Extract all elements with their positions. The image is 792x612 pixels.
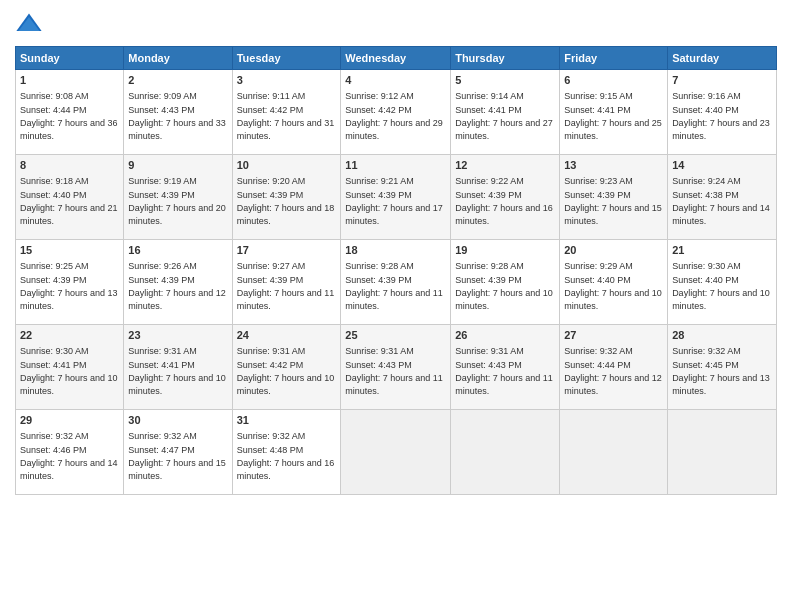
day-info: Sunrise: 9:31 AMSunset: 4:43 PMDaylight:… bbox=[345, 346, 443, 396]
day-info: Sunrise: 9:32 AMSunset: 4:45 PMDaylight:… bbox=[672, 346, 770, 396]
calendar-week-4: 22 Sunrise: 9:30 AMSunset: 4:41 PMDaylig… bbox=[16, 325, 777, 410]
day-number: 8 bbox=[20, 158, 119, 173]
column-header-tuesday: Tuesday bbox=[232, 47, 341, 70]
day-number: 14 bbox=[672, 158, 772, 173]
day-number: 5 bbox=[455, 73, 555, 88]
day-number: 6 bbox=[564, 73, 663, 88]
day-number: 31 bbox=[237, 413, 337, 428]
day-info: Sunrise: 9:25 AMSunset: 4:39 PMDaylight:… bbox=[20, 261, 118, 311]
day-info: Sunrise: 9:23 AMSunset: 4:39 PMDaylight:… bbox=[564, 176, 662, 226]
column-header-wednesday: Wednesday bbox=[341, 47, 451, 70]
day-number: 30 bbox=[128, 413, 227, 428]
day-number: 2 bbox=[128, 73, 227, 88]
calendar-table: SundayMondayTuesdayWednesdayThursdayFrid… bbox=[15, 46, 777, 495]
day-number: 12 bbox=[455, 158, 555, 173]
calendar-cell: 6 Sunrise: 9:15 AMSunset: 4:41 PMDayligh… bbox=[560, 70, 668, 155]
day-info: Sunrise: 9:18 AMSunset: 4:40 PMDaylight:… bbox=[20, 176, 118, 226]
day-info: Sunrise: 9:12 AMSunset: 4:42 PMDaylight:… bbox=[345, 91, 443, 141]
calendar-cell: 23 Sunrise: 9:31 AMSunset: 4:41 PMDaylig… bbox=[124, 325, 232, 410]
calendar-cell: 14 Sunrise: 9:24 AMSunset: 4:38 PMDaylig… bbox=[668, 155, 777, 240]
calendar-cell: 13 Sunrise: 9:23 AMSunset: 4:39 PMDaylig… bbox=[560, 155, 668, 240]
calendar-cell: 15 Sunrise: 9:25 AMSunset: 4:39 PMDaylig… bbox=[16, 240, 124, 325]
calendar-cell: 22 Sunrise: 9:30 AMSunset: 4:41 PMDaylig… bbox=[16, 325, 124, 410]
header bbox=[15, 10, 777, 38]
calendar-cell: 30 Sunrise: 9:32 AMSunset: 4:47 PMDaylig… bbox=[124, 410, 232, 495]
calendar-cell: 26 Sunrise: 9:31 AMSunset: 4:43 PMDaylig… bbox=[451, 325, 560, 410]
calendar-cell: 10 Sunrise: 9:20 AMSunset: 4:39 PMDaylig… bbox=[232, 155, 341, 240]
day-info: Sunrise: 9:31 AMSunset: 4:43 PMDaylight:… bbox=[455, 346, 553, 396]
day-number: 4 bbox=[345, 73, 446, 88]
day-info: Sunrise: 9:32 AMSunset: 4:44 PMDaylight:… bbox=[564, 346, 662, 396]
day-info: Sunrise: 9:09 AMSunset: 4:43 PMDaylight:… bbox=[128, 91, 226, 141]
day-info: Sunrise: 9:30 AMSunset: 4:40 PMDaylight:… bbox=[672, 261, 770, 311]
calendar-week-1: 1 Sunrise: 9:08 AMSunset: 4:44 PMDayligh… bbox=[16, 70, 777, 155]
calendar-week-2: 8 Sunrise: 9:18 AMSunset: 4:40 PMDayligh… bbox=[16, 155, 777, 240]
calendar-cell: 29 Sunrise: 9:32 AMSunset: 4:46 PMDaylig… bbox=[16, 410, 124, 495]
calendar-cell: 31 Sunrise: 9:32 AMSunset: 4:48 PMDaylig… bbox=[232, 410, 341, 495]
day-info: Sunrise: 9:22 AMSunset: 4:39 PMDaylight:… bbox=[455, 176, 553, 226]
column-header-thursday: Thursday bbox=[451, 47, 560, 70]
day-number: 24 bbox=[237, 328, 337, 343]
calendar-cell: 16 Sunrise: 9:26 AMSunset: 4:39 PMDaylig… bbox=[124, 240, 232, 325]
day-number: 23 bbox=[128, 328, 227, 343]
day-info: Sunrise: 9:31 AMSunset: 4:42 PMDaylight:… bbox=[237, 346, 335, 396]
calendar-cell: 18 Sunrise: 9:28 AMSunset: 4:39 PMDaylig… bbox=[341, 240, 451, 325]
calendar-cell: 3 Sunrise: 9:11 AMSunset: 4:42 PMDayligh… bbox=[232, 70, 341, 155]
calendar-cell: 21 Sunrise: 9:30 AMSunset: 4:40 PMDaylig… bbox=[668, 240, 777, 325]
calendar-cell: 1 Sunrise: 9:08 AMSunset: 4:44 PMDayligh… bbox=[16, 70, 124, 155]
calendar-cell: 7 Sunrise: 9:16 AMSunset: 4:40 PMDayligh… bbox=[668, 70, 777, 155]
day-info: Sunrise: 9:32 AMSunset: 4:46 PMDaylight:… bbox=[20, 431, 118, 481]
column-header-friday: Friday bbox=[560, 47, 668, 70]
calendar-cell: 4 Sunrise: 9:12 AMSunset: 4:42 PMDayligh… bbox=[341, 70, 451, 155]
calendar-week-3: 15 Sunrise: 9:25 AMSunset: 4:39 PMDaylig… bbox=[16, 240, 777, 325]
logo-icon bbox=[15, 10, 43, 38]
day-number: 20 bbox=[564, 243, 663, 258]
day-number: 25 bbox=[345, 328, 446, 343]
day-info: Sunrise: 9:28 AMSunset: 4:39 PMDaylight:… bbox=[455, 261, 553, 311]
column-header-sunday: Sunday bbox=[16, 47, 124, 70]
logo bbox=[15, 10, 45, 38]
day-info: Sunrise: 9:15 AMSunset: 4:41 PMDaylight:… bbox=[564, 91, 662, 141]
calendar-cell: 28 Sunrise: 9:32 AMSunset: 4:45 PMDaylig… bbox=[668, 325, 777, 410]
day-number: 29 bbox=[20, 413, 119, 428]
calendar-cell: 25 Sunrise: 9:31 AMSunset: 4:43 PMDaylig… bbox=[341, 325, 451, 410]
calendar-header-row: SundayMondayTuesdayWednesdayThursdayFrid… bbox=[16, 47, 777, 70]
day-number: 17 bbox=[237, 243, 337, 258]
calendar-cell: 12 Sunrise: 9:22 AMSunset: 4:39 PMDaylig… bbox=[451, 155, 560, 240]
day-number: 26 bbox=[455, 328, 555, 343]
day-info: Sunrise: 9:28 AMSunset: 4:39 PMDaylight:… bbox=[345, 261, 443, 311]
day-info: Sunrise: 9:14 AMSunset: 4:41 PMDaylight:… bbox=[455, 91, 553, 141]
day-info: Sunrise: 9:31 AMSunset: 4:41 PMDaylight:… bbox=[128, 346, 226, 396]
calendar-cell: 24 Sunrise: 9:31 AMSunset: 4:42 PMDaylig… bbox=[232, 325, 341, 410]
day-number: 19 bbox=[455, 243, 555, 258]
calendar-cell bbox=[341, 410, 451, 495]
day-number: 28 bbox=[672, 328, 772, 343]
calendar-cell: 2 Sunrise: 9:09 AMSunset: 4:43 PMDayligh… bbox=[124, 70, 232, 155]
calendar-cell bbox=[668, 410, 777, 495]
calendar-cell: 8 Sunrise: 9:18 AMSunset: 4:40 PMDayligh… bbox=[16, 155, 124, 240]
calendar-week-5: 29 Sunrise: 9:32 AMSunset: 4:46 PMDaylig… bbox=[16, 410, 777, 495]
day-number: 16 bbox=[128, 243, 227, 258]
day-number: 1 bbox=[20, 73, 119, 88]
calendar-cell bbox=[451, 410, 560, 495]
day-info: Sunrise: 9:32 AMSunset: 4:47 PMDaylight:… bbox=[128, 431, 226, 481]
calendar-cell: 27 Sunrise: 9:32 AMSunset: 4:44 PMDaylig… bbox=[560, 325, 668, 410]
day-number: 27 bbox=[564, 328, 663, 343]
column-header-monday: Monday bbox=[124, 47, 232, 70]
day-number: 21 bbox=[672, 243, 772, 258]
day-number: 7 bbox=[672, 73, 772, 88]
calendar-cell: 19 Sunrise: 9:28 AMSunset: 4:39 PMDaylig… bbox=[451, 240, 560, 325]
page: SundayMondayTuesdayWednesdayThursdayFrid… bbox=[0, 0, 792, 612]
day-info: Sunrise: 9:16 AMSunset: 4:40 PMDaylight:… bbox=[672, 91, 770, 141]
day-number: 13 bbox=[564, 158, 663, 173]
calendar-cell: 5 Sunrise: 9:14 AMSunset: 4:41 PMDayligh… bbox=[451, 70, 560, 155]
day-info: Sunrise: 9:26 AMSunset: 4:39 PMDaylight:… bbox=[128, 261, 226, 311]
day-info: Sunrise: 9:27 AMSunset: 4:39 PMDaylight:… bbox=[237, 261, 335, 311]
calendar-cell bbox=[560, 410, 668, 495]
day-info: Sunrise: 9:20 AMSunset: 4:39 PMDaylight:… bbox=[237, 176, 335, 226]
day-number: 22 bbox=[20, 328, 119, 343]
day-number: 15 bbox=[20, 243, 119, 258]
day-info: Sunrise: 9:21 AMSunset: 4:39 PMDaylight:… bbox=[345, 176, 443, 226]
day-info: Sunrise: 9:30 AMSunset: 4:41 PMDaylight:… bbox=[20, 346, 118, 396]
day-number: 11 bbox=[345, 158, 446, 173]
